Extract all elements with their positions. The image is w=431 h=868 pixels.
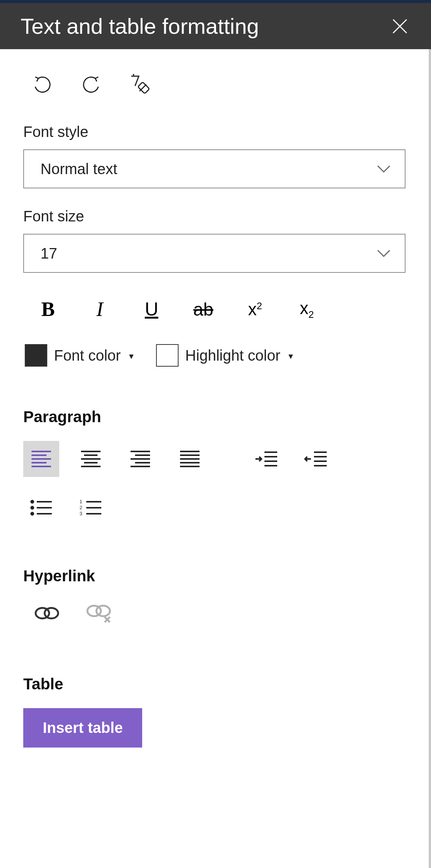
underline-icon: U — [145, 298, 158, 320]
superscript-icon: x2 — [248, 299, 262, 319]
font-style-value: Normal text — [41, 161, 117, 178]
font-color-label: Font color — [54, 347, 121, 364]
italic-button[interactable]: I — [82, 292, 118, 326]
font-color-swatch — [25, 344, 47, 367]
strikethrough-button[interactable]: ab — [185, 292, 221, 326]
superscript-button[interactable]: x2 — [237, 292, 273, 326]
bold-icon: B — [41, 298, 55, 321]
caret-down-icon: ▾ — [288, 349, 293, 361]
paragraph-row-1 — [23, 441, 405, 477]
align-left-button[interactable] — [23, 441, 59, 477]
chevron-down-icon — [376, 249, 391, 258]
indent-decrease-icon — [304, 450, 327, 468]
underline-button[interactable]: U — [134, 292, 170, 326]
insert-link-button[interactable] — [30, 600, 64, 626]
align-justify-icon — [179, 450, 200, 468]
indent-increase-button[interactable] — [248, 441, 284, 477]
svg-text:2: 2 — [80, 505, 82, 510]
bulleted-list-button[interactable] — [23, 490, 59, 526]
font-size-label: Font size — [23, 208, 405, 225]
font-size-select[interactable]: 17 — [23, 234, 405, 273]
svg-point-34 — [31, 501, 33, 503]
font-color-button[interactable]: Font color ▾ — [25, 344, 134, 367]
svg-point-47 — [45, 608, 58, 618]
align-justify-button[interactable] — [172, 441, 208, 477]
subscript-icon: x2 — [300, 298, 314, 320]
align-right-icon — [130, 450, 151, 468]
panel-body: Font style Normal text Font size 17 B I … — [0, 49, 431, 868]
undo-button[interactable] — [30, 72, 55, 97]
link-icon — [33, 604, 60, 622]
highlight-color-swatch — [156, 344, 179, 367]
italic-icon: I — [96, 298, 103, 321]
svg-line-3 — [140, 84, 146, 91]
subscript-button[interactable]: x2 — [289, 292, 325, 326]
highlight-color-button[interactable]: Highlight color ▾ — [156, 344, 293, 367]
hyperlink-row — [23, 600, 405, 626]
clear-formatting-icon — [128, 73, 152, 96]
numbered-list-button[interactable]: 1 2 3 — [73, 490, 109, 526]
paragraph-row-2: 1 2 3 — [23, 490, 405, 526]
numbered-list-icon: 1 2 3 — [80, 499, 102, 517]
svg-point-35 — [31, 507, 33, 509]
remove-link-button — [82, 600, 116, 626]
table-section-label: Table — [23, 675, 405, 693]
close-icon — [391, 17, 409, 35]
window-top-strip — [0, 0, 431, 3]
highlight-color-label: Highlight color — [185, 347, 280, 364]
unlink-icon — [85, 603, 112, 624]
svg-point-49 — [96, 606, 110, 616]
align-center-icon — [80, 450, 101, 468]
redo-button[interactable] — [79, 72, 104, 97]
font-style-label: Font style — [23, 123, 405, 140]
paragraph-rows: 1 2 3 — [23, 441, 405, 526]
align-left-icon — [31, 450, 52, 468]
hyperlink-section-label: Hyperlink — [23, 567, 405, 585]
redo-icon — [80, 74, 102, 96]
close-button[interactable] — [389, 16, 410, 37]
strikethrough-icon: ab — [193, 299, 213, 320]
indent-decrease-button[interactable] — [298, 441, 334, 477]
font-style-select[interactable]: Normal text — [23, 149, 405, 188]
font-size-value: 17 — [41, 245, 57, 262]
align-center-button[interactable] — [73, 441, 109, 477]
paragraph-section-label: Paragraph — [23, 408, 405, 426]
indent-increase-icon — [255, 450, 278, 468]
svg-text:3: 3 — [80, 511, 82, 516]
bold-button[interactable]: B — [30, 292, 66, 326]
align-right-button[interactable] — [122, 441, 158, 477]
caret-down-icon: ▾ — [129, 349, 134, 361]
svg-point-36 — [31, 513, 33, 515]
bulleted-list-icon — [30, 499, 53, 517]
panel-title: Text and table formatting — [21, 14, 259, 39]
svg-text:1: 1 — [80, 499, 82, 504]
undo-icon — [32, 74, 53, 96]
insert-table-button[interactable]: Insert table — [23, 708, 142, 748]
clear-formatting-button[interactable] — [128, 72, 152, 97]
chevron-down-icon — [376, 164, 391, 173]
top-action-row — [23, 72, 405, 97]
color-row: Font color ▾ Highlight color ▾ — [23, 344, 405, 367]
text-style-row: B I U ab x2 x2 — [23, 292, 405, 326]
panel-header: Text and table formatting — [0, 3, 431, 49]
